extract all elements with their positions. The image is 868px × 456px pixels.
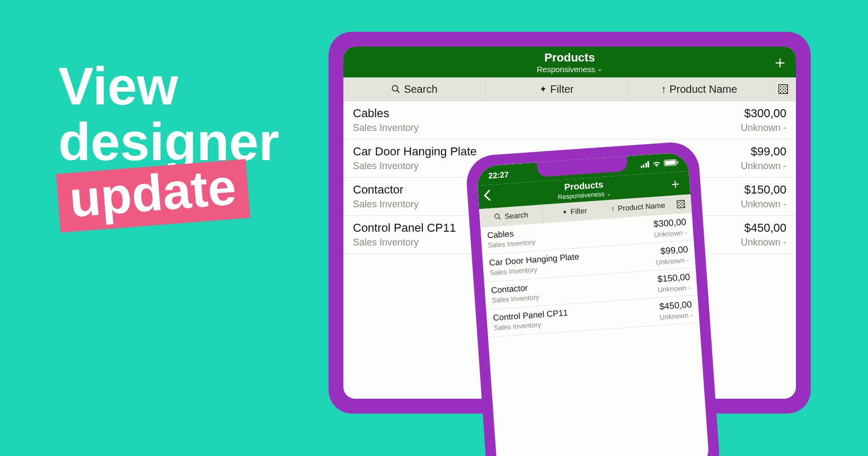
tablet-header-subtitle[interactable]: Responsiveness ⌄ <box>537 65 603 74</box>
headline-badge: update <box>56 159 250 233</box>
statusbar-time: 22:27 <box>488 170 509 180</box>
bolt-icon <box>539 84 547 94</box>
filter-button[interactable]: Filter <box>486 77 628 101</box>
chevron-down-icon: ⌄ <box>597 65 603 73</box>
phone-product-list: CablesSales Inventory $300,00Unknown - C… <box>481 213 710 456</box>
bolt-icon <box>562 208 568 216</box>
back-button[interactable] <box>483 188 491 205</box>
battery-icon <box>663 159 677 166</box>
tablet-app-header: Products Responsiveness ⌄ ＋ <box>343 47 796 77</box>
svg-line-3 <box>499 217 501 220</box>
svg-line-1 <box>397 90 400 93</box>
tablet-header-title: Products <box>544 51 595 65</box>
arrow-up-icon: ↑ <box>610 204 615 213</box>
qr-scan-button[interactable] <box>669 194 692 214</box>
phone-screen: 22:27 Products Responsiveness ⌄ ＋ <box>476 152 710 456</box>
search-icon <box>391 84 401 94</box>
headline-line1: View <box>58 58 279 114</box>
chevron-down-icon: ⌄ <box>606 190 611 197</box>
list-item[interactable]: CablesSales Inventory $300,00Unknown - <box>343 101 796 139</box>
wifi-icon <box>652 160 661 168</box>
promo-headline: View designer update <box>58 58 279 233</box>
signal-icon <box>640 161 649 168</box>
add-button[interactable]: ＋ <box>772 54 789 71</box>
search-button[interactable]: Search <box>343 77 486 101</box>
search-icon <box>494 213 502 221</box>
qr-icon <box>778 84 788 94</box>
arrow-up-icon: ↑ <box>661 83 666 95</box>
tablet-toolbar: Search Filter ↑ Product Name <box>343 77 796 101</box>
qr-icon <box>676 200 685 208</box>
add-button[interactable]: ＋ <box>668 176 683 191</box>
sort-button[interactable]: ↑ Product Name <box>628 77 770 101</box>
svg-point-0 <box>392 85 398 91</box>
qr-scan-button[interactable] <box>770 77 796 101</box>
headline-line2: designer <box>58 114 279 170</box>
phone-frame: 22:27 Products Responsiveness ⌄ ＋ <box>465 141 721 456</box>
